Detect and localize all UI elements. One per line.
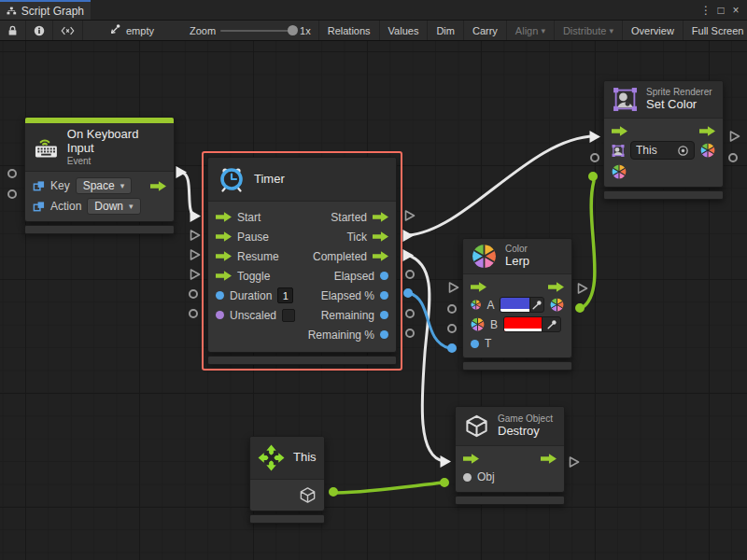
- keyboard-action-port[interactable]: [7, 189, 17, 199]
- tab-script-graph[interactable]: Script Graph: [0, 0, 91, 20]
- flow-arrow-icon: [216, 251, 232, 261]
- timer-completed-port[interactable]: [402, 248, 415, 262]
- destroy-obj-port[interactable]: [440, 478, 449, 487]
- more-menu-icon[interactable]: ⋮: [700, 4, 712, 17]
- cube-icon: [299, 486, 317, 504]
- target-picker-icon[interactable]: [677, 145, 689, 157]
- action-dropdown[interactable]: Down▾: [87, 198, 140, 215]
- node-footer: [455, 496, 565, 505]
- lerp-invoke-out-port[interactable]: [576, 282, 589, 295]
- key-dropdown[interactable]: Space▾: [76, 177, 133, 194]
- close-icon[interactable]: ×: [730, 4, 741, 17]
- node-this[interactable]: This: [249, 436, 325, 524]
- zoom-slider-handle[interactable]: [288, 25, 298, 35]
- flow-arrow-icon: [150, 181, 166, 191]
- flow-arrow-icon: [699, 126, 715, 136]
- setcolor-result-port[interactable]: [728, 153, 738, 162]
- target-object-field[interactable]: This: [630, 141, 695, 160]
- zoom-value: 1x: [300, 25, 311, 36]
- carry-button[interactable]: Carry: [464, 21, 507, 40]
- graph-pointer-label: empty: [126, 25, 154, 36]
- pointer-icon: [107, 23, 121, 37]
- full-screen-button[interactable]: Full Screen: [684, 21, 747, 40]
- timer-start-port[interactable]: [189, 209, 202, 223]
- relations-button[interactable]: Relations: [319, 21, 380, 40]
- flow-arrow-icon: [612, 126, 627, 136]
- graph-toolbar: empty Zoom 1x Relations Values Dim Carry…: [0, 21, 747, 41]
- eyedropper-icon[interactable]: [531, 300, 543, 311]
- lerp-result-port[interactable]: [575, 303, 585, 313]
- lerp-t-port[interactable]: [447, 343, 457, 353]
- flow-arrow-icon: [373, 251, 388, 261]
- destroy-invoke-out-port[interactable]: [568, 455, 581, 469]
- flow-arrow-icon: [463, 454, 479, 464]
- setcolor-target-port[interactable]: [590, 153, 599, 162]
- inspect-button[interactable]: [26, 21, 53, 40]
- fit-view-button[interactable]: [53, 21, 83, 40]
- value-port-icon: [380, 291, 388, 300]
- node-set-color[interactable]: Sprite Renderer Set Color: [603, 80, 724, 200]
- timer-toggle-port[interactable]: [189, 268, 202, 281]
- timer-pause-port[interactable]: [189, 229, 202, 242]
- a-label: A: [486, 299, 494, 312]
- lerp-a-port[interactable]: [447, 304, 457, 314]
- timer-elapsed-port[interactable]: [405, 270, 415, 279]
- toolbar-buttons: Relations Values Dim Carry Align ▾ Distr…: [318, 21, 747, 40]
- align-button: Align ▾: [507, 21, 555, 40]
- flow-arrow-icon: [216, 212, 232, 222]
- setcolor-color-port[interactable]: [588, 172, 598, 181]
- value-port-icon: [380, 272, 388, 280]
- color-b-swatch[interactable]: [503, 316, 561, 332]
- node-color-lerp[interactable]: Color Lerp A: [462, 238, 572, 371]
- values-button[interactable]: Values: [380, 21, 429, 40]
- color-a-swatch[interactable]: [500, 297, 544, 313]
- bool-port-icon: [216, 311, 224, 319]
- timer-remaining-port[interactable]: [405, 309, 415, 318]
- lerp-b-port[interactable]: [447, 324, 457, 333]
- timer-elapsed-pct-port[interactable]: [403, 288, 413, 298]
- timer-started-port[interactable]: [403, 209, 416, 222]
- object-port-icon: [463, 473, 472, 482]
- action-variable-icon: [33, 201, 45, 213]
- node-on-keyboard-input[interactable]: On Keyboard Input Event Key Space▾: [24, 117, 175, 234]
- node-title: Set Color: [646, 98, 712, 112]
- window-controls: ⋮ □ ×: [700, 0, 747, 20]
- obj-label: Obj: [477, 470, 495, 483]
- flow-arrow-icon: [373, 231, 388, 242]
- color-wheel-icon: [612, 164, 627, 179]
- overview-button[interactable]: Overview: [623, 21, 684, 40]
- cube-icon: [464, 413, 489, 439]
- unscaled-checkbox[interactable]: [282, 309, 295, 322]
- flow-arrow-icon: [471, 282, 486, 292]
- tab-title: Script Graph: [21, 5, 84, 18]
- setcolor-invoke-in-port[interactable]: [588, 130, 601, 144]
- zoom-control: Zoom 1x: [182, 21, 318, 40]
- timer-duration-port[interactable]: [189, 289, 198, 299]
- fit-view-icon: [60, 24, 76, 37]
- keyboard-trigger-out-port[interactable]: [175, 165, 188, 179]
- color-wheel-icon: [472, 244, 497, 269]
- this-value-port[interactable]: [329, 487, 338, 497]
- keyboard-icon: [35, 136, 59, 159]
- setcolor-invoke-out-port[interactable]: [728, 130, 741, 143]
- keyboard-key-port[interactable]: [7, 169, 17, 178]
- distribute-button: Distribute ▾: [555, 21, 623, 40]
- color-wheel-icon: [471, 298, 481, 312]
- destroy-invoke-in-port[interactable]: [439, 455, 452, 469]
- eyedropper-icon[interactable]: [546, 319, 557, 330]
- timer-tick-port[interactable]: [402, 229, 415, 243]
- zoom-slider[interactable]: [220, 30, 295, 32]
- node-title: Lerp: [505, 255, 529, 269]
- duration-input[interactable]: 1: [277, 287, 293, 303]
- move-cross-icon: [258, 444, 285, 471]
- lock-button[interactable]: [0, 21, 26, 40]
- lerp-invoke-in-port[interactable]: [447, 281, 460, 294]
- sprite-renderer-icon: [613, 87, 638, 112]
- maximize-icon[interactable]: □: [715, 4, 726, 17]
- node-timer[interactable]: Timer Start Started Pause Tick R: [207, 157, 397, 365]
- timer-resume-port[interactable]: [189, 248, 202, 261]
- node-destroy[interactable]: Game Object Destroy Obj: [455, 406, 565, 505]
- timer-remaining-pct-port[interactable]: [405, 329, 415, 338]
- timer-unscaled-port[interactable]: [189, 309, 198, 318]
- dim-button[interactable]: Dim: [428, 21, 464, 40]
